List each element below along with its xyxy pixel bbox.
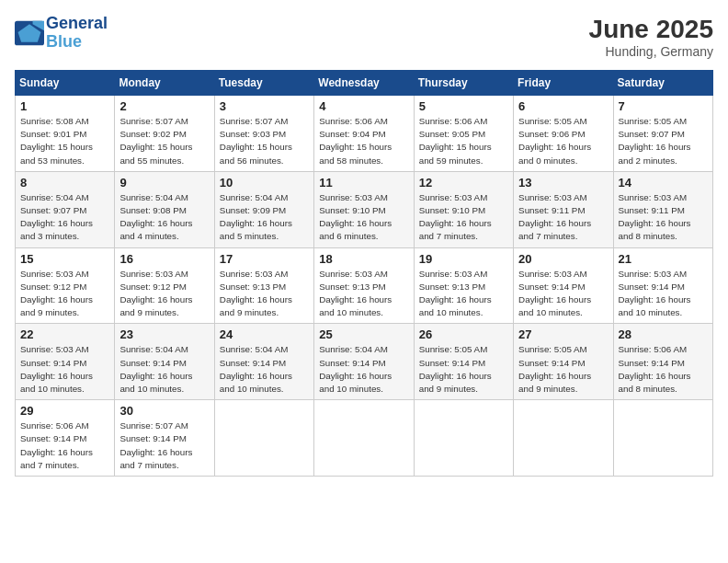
calendar-cell: 23 Sunrise: 5:04 AM Sunset: 9:14 PM Dayl… <box>115 324 214 400</box>
day-number: 2 <box>119 99 209 113</box>
calendar-cell: 11 Sunrise: 5:03 AM Sunset: 9:10 PM Dayl… <box>314 171 414 247</box>
calendar-week-row: 8 Sunrise: 5:04 AM Sunset: 9:07 PM Dayli… <box>16 171 713 247</box>
page-header: GeneralBlue June 2025 Hunding, Germany <box>15 15 713 59</box>
calendar-cell: 21 Sunrise: 5:03 AM Sunset: 9:14 PM Dayl… <box>613 247 712 324</box>
day-info: Sunrise: 5:04 AM Sunset: 9:08 PM Dayligh… <box>119 191 209 244</box>
day-info: Sunrise: 5:03 AM Sunset: 9:14 PM Dayligh… <box>619 268 708 320</box>
day-info: Sunrise: 5:05 AM Sunset: 9:14 PM Dayligh… <box>518 343 608 396</box>
calendar-cell <box>214 400 313 477</box>
header-thursday: Thursday <box>414 71 513 96</box>
day-number: 22 <box>20 327 109 341</box>
calendar-cell <box>414 400 513 477</box>
calendar-cell: 7 Sunrise: 5:05 AM Sunset: 9:07 PM Dayli… <box>613 96 712 172</box>
day-info: Sunrise: 5:03 AM Sunset: 9:13 PM Dayligh… <box>319 268 408 320</box>
calendar-cell: 5 Sunrise: 5:06 AM Sunset: 9:05 PM Dayli… <box>414 96 513 172</box>
day-info: Sunrise: 5:03 AM Sunset: 9:11 PM Dayligh… <box>619 191 708 244</box>
day-number: 25 <box>319 327 408 341</box>
day-number: 24 <box>220 327 309 341</box>
calendar-cell <box>314 400 414 477</box>
calendar-cell: 18 Sunrise: 5:03 AM Sunset: 9:13 PM Dayl… <box>314 247 414 324</box>
day-info: Sunrise: 5:03 AM Sunset: 9:14 PM Dayligh… <box>20 343 109 396</box>
header-saturday: Saturday <box>613 71 712 96</box>
calendar-cell: 24 Sunrise: 5:04 AM Sunset: 9:14 PM Dayl… <box>214 324 313 400</box>
calendar-table: Sunday Monday Tuesday Wednesday Thursday… <box>15 70 713 477</box>
calendar-cell: 25 Sunrise: 5:04 AM Sunset: 9:14 PM Dayl… <box>314 324 414 400</box>
calendar-cell: 27 Sunrise: 5:05 AM Sunset: 9:14 PM Dayl… <box>514 324 613 400</box>
day-info: Sunrise: 5:03 AM Sunset: 9:14 PM Dayligh… <box>518 268 608 320</box>
day-number: 11 <box>319 176 408 190</box>
day-number: 23 <box>119 327 209 341</box>
day-info: Sunrise: 5:04 AM Sunset: 9:09 PM Dayligh… <box>220 191 309 244</box>
day-info: Sunrise: 5:06 AM Sunset: 9:14 PM Dayligh… <box>20 419 109 472</box>
calendar-week-row: 22 Sunrise: 5:03 AM Sunset: 9:14 PM Dayl… <box>16 324 713 400</box>
day-number: 12 <box>419 176 508 190</box>
calendar-cell: 2 Sunrise: 5:07 AM Sunset: 9:02 PM Dayli… <box>115 96 214 172</box>
day-info: Sunrise: 5:06 AM Sunset: 9:05 PM Dayligh… <box>419 115 508 167</box>
location: Hunding, Germany <box>589 44 713 59</box>
calendar-cell: 16 Sunrise: 5:03 AM Sunset: 9:12 PM Dayl… <box>115 247 214 324</box>
header-sunday: Sunday <box>16 71 115 96</box>
day-number: 10 <box>220 176 309 190</box>
title-block: June 2025 Hunding, Germany <box>589 15 713 59</box>
day-number: 30 <box>119 404 209 418</box>
month-title: June 2025 <box>589 15 713 44</box>
day-info: Sunrise: 5:04 AM Sunset: 9:14 PM Dayligh… <box>119 343 209 396</box>
day-number: 3 <box>220 99 309 113</box>
calendar-cell: 4 Sunrise: 5:06 AM Sunset: 9:04 PM Dayli… <box>314 96 414 172</box>
header-tuesday: Tuesday <box>214 71 313 96</box>
calendar-cell: 3 Sunrise: 5:07 AM Sunset: 9:03 PM Dayli… <box>214 96 313 172</box>
calendar-cell: 28 Sunrise: 5:06 AM Sunset: 9:14 PM Dayl… <box>613 324 712 400</box>
calendar-cell: 19 Sunrise: 5:03 AM Sunset: 9:13 PM Dayl… <box>414 247 513 324</box>
calendar-week-row: 1 Sunrise: 5:08 AM Sunset: 9:01 PM Dayli… <box>16 96 713 172</box>
calendar-cell <box>514 400 613 477</box>
calendar-week-row: 29 Sunrise: 5:06 AM Sunset: 9:14 PM Dayl… <box>16 400 713 477</box>
day-info: Sunrise: 5:03 AM Sunset: 9:10 PM Dayligh… <box>319 191 408 244</box>
logo-text: GeneralBlue <box>46 15 108 52</box>
calendar-cell: 9 Sunrise: 5:04 AM Sunset: 9:08 PM Dayli… <box>115 171 214 247</box>
day-number: 16 <box>119 252 209 266</box>
calendar-cell: 29 Sunrise: 5:06 AM Sunset: 9:14 PM Dayl… <box>16 400 115 477</box>
day-number: 28 <box>619 327 708 341</box>
day-info: Sunrise: 5:06 AM Sunset: 9:14 PM Dayligh… <box>619 343 708 396</box>
calendar-cell: 15 Sunrise: 5:03 AM Sunset: 9:12 PM Dayl… <box>16 247 115 324</box>
day-number: 21 <box>619 252 708 266</box>
day-number: 19 <box>419 252 508 266</box>
day-info: Sunrise: 5:06 AM Sunset: 9:04 PM Dayligh… <box>319 115 408 167</box>
calendar-cell: 12 Sunrise: 5:03 AM Sunset: 9:10 PM Dayl… <box>414 171 513 247</box>
calendar-cell: 1 Sunrise: 5:08 AM Sunset: 9:01 PM Dayli… <box>16 96 115 172</box>
day-number: 13 <box>518 176 608 190</box>
day-number: 7 <box>619 99 708 113</box>
day-info: Sunrise: 5:04 AM Sunset: 9:14 PM Dayligh… <box>220 343 309 396</box>
day-number: 1 <box>20 99 109 113</box>
calendar-cell: 26 Sunrise: 5:05 AM Sunset: 9:14 PM Dayl… <box>414 324 513 400</box>
calendar-week-row: 15 Sunrise: 5:03 AM Sunset: 9:12 PM Dayl… <box>16 247 713 324</box>
calendar-cell: 6 Sunrise: 5:05 AM Sunset: 9:06 PM Dayli… <box>514 96 613 172</box>
calendar-cell: 20 Sunrise: 5:03 AM Sunset: 9:14 PM Dayl… <box>514 247 613 324</box>
day-number: 29 <box>20 404 109 418</box>
calendar-cell: 14 Sunrise: 5:03 AM Sunset: 9:11 PM Dayl… <box>613 171 712 247</box>
logo-icon <box>15 20 44 46</box>
calendar-cell: 8 Sunrise: 5:04 AM Sunset: 9:07 PM Dayli… <box>16 171 115 247</box>
day-info: Sunrise: 5:03 AM Sunset: 9:13 PM Dayligh… <box>419 268 508 320</box>
day-number: 6 <box>518 99 608 113</box>
day-info: Sunrise: 5:03 AM Sunset: 9:11 PM Dayligh… <box>518 191 608 244</box>
calendar-cell: 10 Sunrise: 5:04 AM Sunset: 9:09 PM Dayl… <box>214 171 313 247</box>
header-wednesday: Wednesday <box>314 71 414 96</box>
day-info: Sunrise: 5:05 AM Sunset: 9:14 PM Dayligh… <box>419 343 508 396</box>
calendar-cell: 22 Sunrise: 5:03 AM Sunset: 9:14 PM Dayl… <box>16 324 115 400</box>
day-info: Sunrise: 5:07 AM Sunset: 9:03 PM Dayligh… <box>220 115 309 167</box>
day-info: Sunrise: 5:03 AM Sunset: 9:13 PM Dayligh… <box>220 268 309 320</box>
day-info: Sunrise: 5:07 AM Sunset: 9:14 PM Dayligh… <box>119 419 209 472</box>
calendar-cell: 30 Sunrise: 5:07 AM Sunset: 9:14 PM Dayl… <box>115 400 214 477</box>
day-info: Sunrise: 5:04 AM Sunset: 9:07 PM Dayligh… <box>20 191 109 244</box>
calendar-cell: 13 Sunrise: 5:03 AM Sunset: 9:11 PM Dayl… <box>514 171 613 247</box>
day-info: Sunrise: 5:05 AM Sunset: 9:07 PM Dayligh… <box>619 115 708 167</box>
day-number: 26 <box>419 327 508 341</box>
day-number: 9 <box>119 176 209 190</box>
day-number: 5 <box>419 99 508 113</box>
day-number: 18 <box>319 252 408 266</box>
calendar-cell: 17 Sunrise: 5:03 AM Sunset: 9:13 PM Dayl… <box>214 247 313 324</box>
calendar-cell <box>613 400 712 477</box>
day-info: Sunrise: 5:03 AM Sunset: 9:12 PM Dayligh… <box>119 268 209 320</box>
day-info: Sunrise: 5:04 AM Sunset: 9:14 PM Dayligh… <box>319 343 408 396</box>
